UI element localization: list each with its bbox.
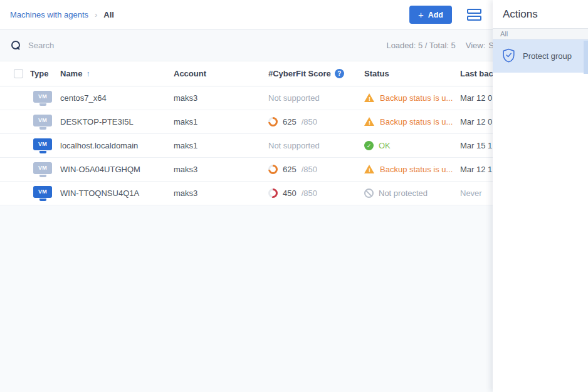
action-protect-group[interactable]: Protect group xyxy=(493,39,588,73)
view-selector[interactable]: View: S xyxy=(466,41,494,50)
vm-icon-label: VM xyxy=(33,162,52,174)
vm-icon-label: VM xyxy=(33,91,52,103)
action-protect-group-label: Protect group xyxy=(523,51,572,61)
cyberfit-cell: 625 /850 xyxy=(268,117,364,126)
machine-name: localhost.localdomain xyxy=(60,141,174,150)
account-name: maks3 xyxy=(174,93,268,103)
account-name: maks3 xyxy=(174,165,268,174)
machine-name: WIN-TTOQNSU4Q1A xyxy=(60,188,174,198)
score-ring xyxy=(268,188,278,198)
actions-panel-title: Actions xyxy=(493,0,588,28)
vm-icon-label: VM xyxy=(33,115,52,126)
status-cell: Not protected xyxy=(364,188,460,198)
status-text: Backup status is u... xyxy=(380,117,453,126)
score-ring xyxy=(268,165,278,174)
status-cell: Backup status is u... xyxy=(364,165,460,174)
column-header-cyberfit: #CyberFit Score ? xyxy=(268,69,364,78)
vm-icon-label: VM xyxy=(33,186,52,198)
table-view-icon[interactable] xyxy=(467,9,481,21)
select-all-checkbox[interactable] xyxy=(14,69,23,78)
column-header-type: Type xyxy=(30,69,60,78)
account-name: maks1 xyxy=(174,117,268,126)
view-label: View: xyxy=(466,41,486,50)
breadcrumb-current: All xyxy=(103,10,114,19)
breadcrumb: Machines with agents › All xyxy=(10,10,114,19)
cyberfit-cell: Not supported xyxy=(268,141,364,150)
status-cell: OK xyxy=(364,141,460,150)
score-value: 625 xyxy=(283,117,297,126)
status-cell: Backup status is u... xyxy=(364,93,460,103)
plus-icon: + xyxy=(418,10,424,19)
account-name: maks1 xyxy=(174,141,268,150)
machine-name: DESKTOP-PTE3I5L xyxy=(60,117,174,126)
add-button-label: Add xyxy=(428,11,443,19)
status-cell: Backup status is u... xyxy=(364,117,460,126)
machine-name: WIN-O5A04UTGHQM xyxy=(60,165,174,174)
breadcrumb-machines-with-agents[interactable]: Machines with agents xyxy=(10,10,88,19)
list-summary: Loaded: 5 / Total: 5 View: S xyxy=(386,41,494,50)
warning-icon xyxy=(364,165,375,174)
status-text: OK xyxy=(379,141,391,150)
score-value: 625 xyxy=(283,165,297,174)
cyberfit-cell: Not supported xyxy=(268,93,364,103)
warning-icon xyxy=(364,93,375,103)
panel-scrollbar[interactable] xyxy=(584,41,588,74)
vm-icon-label: VM xyxy=(33,138,52,150)
vm-icon: VM xyxy=(33,115,53,130)
add-button[interactable]: + Add xyxy=(409,6,452,24)
help-icon[interactable]: ? xyxy=(335,69,344,78)
loaded-total-count: Loaded: 5 / Total: 5 xyxy=(386,41,455,50)
column-header-name[interactable]: Name ↑ xyxy=(60,69,174,78)
score-max: /850 xyxy=(302,188,317,198)
score-value: 450 xyxy=(283,188,297,198)
search-icon xyxy=(11,41,21,50)
shield-check-icon xyxy=(502,48,515,64)
vm-icon: VM xyxy=(33,162,53,177)
status-text: Backup status is u... xyxy=(380,165,453,174)
actions-section-label: All xyxy=(493,28,588,39)
search-input[interactable] xyxy=(28,41,216,50)
cyberfit-cell: 450 /850 xyxy=(268,188,364,198)
vm-icon: VM xyxy=(33,138,53,153)
not-protected-icon xyxy=(364,188,374,198)
account-name: maks3 xyxy=(174,188,268,198)
actions-panel: Actions All Protect group xyxy=(493,0,588,392)
vm-icon: VM xyxy=(33,186,53,201)
status-text: Not protected xyxy=(379,188,428,198)
sort-ascending-icon: ↑ xyxy=(86,70,90,78)
warning-icon xyxy=(364,117,375,126)
chevron-right-icon: › xyxy=(95,10,97,19)
vm-icon: VM xyxy=(33,91,53,106)
column-header-account: Account xyxy=(174,69,268,78)
score-max: /850 xyxy=(302,165,317,174)
app-window: Machines with agents › All + Add Loaded:… xyxy=(0,0,588,392)
topbar-actions: + Add xyxy=(409,6,481,24)
score-text: Not supported xyxy=(268,141,320,150)
cyberfit-cell: 625 /850 xyxy=(268,165,364,174)
column-header-name-label: Name xyxy=(60,69,82,78)
ok-icon xyxy=(364,141,374,150)
score-ring xyxy=(268,117,278,126)
status-text: Backup status is u... xyxy=(380,93,453,103)
column-header-cyberfit-label: #CyberFit Score xyxy=(268,69,331,78)
column-header-status: Status xyxy=(364,69,460,78)
machine-name: centos7_x64 xyxy=(60,93,174,103)
score-text: Not supported xyxy=(268,93,320,103)
score-max: /850 xyxy=(302,117,317,126)
